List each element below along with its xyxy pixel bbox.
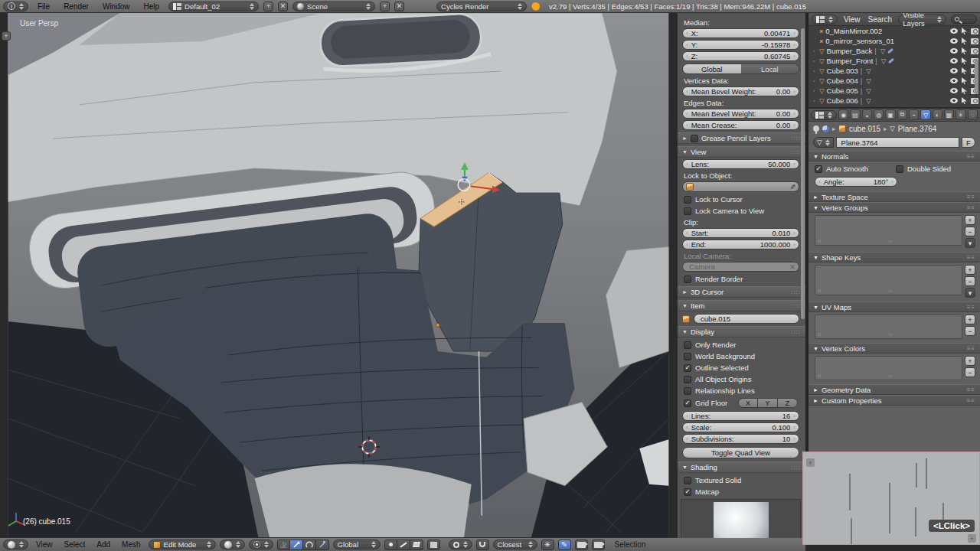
clip-end-field[interactable]: ‹End: 1000.000› (682, 240, 799, 249)
item-name-field[interactable]: cube.015 (694, 314, 799, 324)
eyedropper-icon[interactable]: ✎ (789, 184, 796, 190)
renderability-camera-icon[interactable] (971, 98, 978, 104)
renderability-camera-icon[interactable] (971, 38, 978, 44)
median-y-field[interactable]: ‹Y: -0.15978› (682, 40, 799, 50)
transform-orientation-selector[interactable]: Global (333, 540, 381, 549)
lock-object-field[interactable]: ✎ (682, 181, 799, 192)
geometry-data-panel-header[interactable]: ► Geometry Data≡≡ (808, 384, 980, 395)
tab-object-data-icon[interactable]: ▽ (920, 109, 930, 120)
close-layout-button[interactable]: ✕ (278, 2, 288, 11)
visibility-eye-icon[interactable] (950, 68, 958, 73)
toggle-quad-view-button[interactable]: Toggle Quad View (682, 447, 799, 458)
local-camera-field[interactable]: Camera ✕ (682, 262, 799, 272)
selectability-cursor-icon[interactable] (962, 28, 967, 34)
grease-pencil-panel-header[interactable]: ► Grease Pencil Layers:::: (678, 132, 805, 144)
display-panel-header[interactable]: ▼ Display:::: (678, 326, 805, 337)
tab-particles-icon[interactable]: ✳ (956, 109, 965, 120)
menu-add[interactable]: Add (93, 540, 114, 549)
shape-keys-panel-header[interactable]: ▼ Shape Keys≡≡ (808, 252, 980, 262)
outliner-row[interactable]: + 0_MainMirror.002 (808, 26, 980, 36)
menu-view[interactable]: View (32, 540, 57, 549)
breadcrumb-object[interactable]: cube.015 (849, 125, 880, 133)
outliner-search-input[interactable] (951, 15, 977, 24)
relationship-lines-option[interactable]: Relationship Lines (684, 386, 798, 395)
editor-type-button[interactable] (3, 540, 28, 549)
grid-floor-option[interactable]: Grid Floor X Y Z (684, 398, 798, 408)
add-vertex-color-button[interactable]: + (965, 356, 975, 366)
close-scene-button[interactable]: ✕ (394, 2, 404, 11)
tab-modifiers-icon[interactable]: ⌁ (909, 109, 919, 120)
matcap-option[interactable]: Matcap (684, 487, 798, 496)
properties-editor-type-button[interactable] (811, 110, 837, 120)
clear-icon[interactable]: ✕ (789, 262, 795, 271)
browse-context-icon[interactable] (822, 126, 829, 132)
selectability-cursor-icon[interactable] (962, 97, 967, 104)
outline-selected-option[interactable]: Outline Selected (684, 364, 798, 372)
normals-panel-header[interactable]: ▼ Normals≡≡ (808, 151, 980, 161)
edge-bevel-weight-field[interactable]: ‹Mean Bevel Weight: 0.00› (682, 109, 799, 119)
local-toggle-button[interactable]: Local (741, 64, 799, 73)
selectability-cursor-icon[interactable] (962, 37, 967, 44)
grid-subdivisions-field[interactable]: ‹Subdivisions: 10› (682, 434, 799, 444)
clip-start-field[interactable]: ‹Start: 0.010› (682, 228, 799, 238)
selectability-cursor-icon[interactable] (962, 47, 967, 54)
shape-key-specials-button[interactable]: ▾ (965, 288, 975, 298)
view-panel-header[interactable]: ▼ View:::: (678, 146, 805, 158)
vertex-groups-panel-header[interactable]: ▼ Vertex Groups≡≡ (808, 202, 980, 213)
shading-panel-header[interactable]: ▼ Shading:::: (678, 461, 805, 473)
item-panel-header[interactable]: ▼ Item:::: (678, 300, 805, 311)
snap-toggle-button[interactable] (476, 540, 489, 550)
custom-properties-panel-header[interactable]: ► Custom Properties≡≡ (808, 395, 980, 406)
lock-camera-option[interactable]: Lock Camera to View (684, 207, 798, 215)
add-scene-button[interactable]: + (380, 2, 390, 11)
grid-axis-x-button[interactable]: X (738, 398, 758, 408)
visibility-eye-icon[interactable] (950, 28, 958, 34)
grid-scale-field[interactable]: ‹Scale: 0.100› (682, 422, 799, 432)
auto-smooth-angle-field[interactable]: ‹Angle: 180°› (815, 177, 897, 187)
face-select-button[interactable] (410, 540, 423, 550)
visibility-eye-icon[interactable] (950, 38, 958, 44)
outliner-view-menu[interactable]: View (842, 15, 862, 24)
outliner-scrollbar[interactable] (975, 59, 978, 94)
selectability-cursor-icon[interactable] (962, 67, 967, 74)
remove-shape-key-button[interactable]: − (965, 276, 975, 286)
vertex-group-specials-button[interactable]: ▾ (965, 238, 975, 248)
vertex-groups-list[interactable] (815, 215, 962, 246)
lens-field[interactable]: ‹Lens: 50.000› (682, 159, 799, 169)
opengl-render-image-button[interactable] (575, 540, 588, 550)
menu-render[interactable]: Render (59, 2, 93, 11)
outliner-row[interactable]: ◦▽ Cube.005| ▽ (808, 86, 980, 96)
selectability-cursor-icon[interactable] (962, 57, 967, 64)
auto-smooth-option[interactable]: Auto Smooth (815, 165, 893, 173)
remove-uv-map-button[interactable]: − (965, 326, 975, 336)
mesh-browse-button[interactable]: ▽ (813, 137, 834, 148)
tab-render-icon[interactable]: ◉ (838, 109, 848, 120)
breadcrumb-data[interactable]: Plane.3764 (898, 125, 937, 133)
remove-vertex-color-button[interactable]: − (965, 367, 975, 377)
outliner-filter-selector[interactable]: Visible Layers (898, 15, 946, 24)
median-x-field[interactable]: ‹X: 0.00471› (682, 28, 799, 38)
selectability-cursor-icon[interactable] (962, 87, 967, 94)
world-background-option[interactable]: World Background (684, 352, 798, 360)
tab-physics-icon[interactable]: ◌ (968, 109, 978, 120)
editor-type-info-button[interactable]: i (3, 2, 28, 11)
snap-self-button[interactable]: ✳ (541, 540, 554, 550)
region-expand-button[interactable]: + (2, 31, 11, 41)
tab-render-layers-icon[interactable]: ▤ (850, 109, 860, 120)
render-border-option[interactable]: Render Border (684, 275, 798, 283)
add-uv-map-button[interactable]: + (965, 315, 975, 324)
opengl-render-anim-button[interactable] (592, 540, 605, 550)
outliner-search-menu[interactable]: Search (867, 15, 894, 24)
outliner-row[interactable]: ◦▽ Cube.006| ▽ (808, 96, 980, 106)
grid-axis-y-button[interactable]: Y (758, 398, 778, 408)
menu-file[interactable]: File (33, 2, 54, 11)
double-sided-option[interactable]: Double Sided (896, 165, 974, 173)
vertex-colors-list[interactable] (815, 356, 962, 380)
renderability-camera-icon[interactable] (971, 48, 978, 54)
viewport-shading-selector[interactable] (220, 540, 245, 549)
uv-maps-list[interactable] (815, 315, 962, 339)
renderability-camera-icon[interactable] (971, 28, 978, 34)
shape-keys-list[interactable] (815, 265, 962, 295)
add-layout-button[interactable]: + (263, 2, 273, 11)
snap-align-rotation-button[interactable]: ✎ (558, 540, 571, 550)
